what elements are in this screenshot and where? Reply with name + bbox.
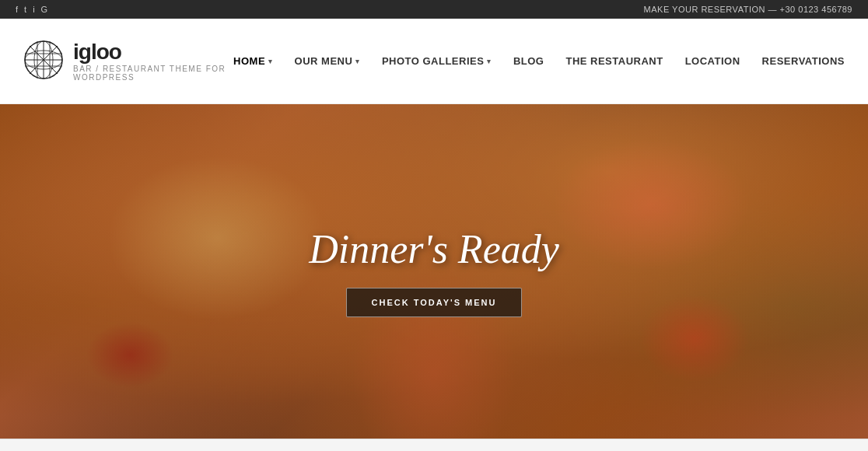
nav-item-photo-galleries[interactable]: PHOTO GALLERIES ▾ (382, 55, 492, 67)
logo-icon (23, 40, 64, 83)
nav-item-blog[interactable]: BLOG (513, 55, 544, 67)
top-bar: f t i G MAKE YOUR RESERVATION — +30 0123… (0, 0, 868, 19)
logo-text: igloo BAR / RESTAURANT THEME FOR WORDPRE… (73, 41, 233, 82)
facebook-icon[interactable]: f (16, 5, 18, 14)
social-links[interactable]: f t i G (16, 5, 47, 14)
phone-text: MAKE YOUR RESERVATION — +30 0123 456789 (644, 5, 852, 14)
header: igloo BAR / RESTAURANT THEME FOR WORDPRE… (0, 19, 868, 104)
twitter-icon[interactable]: t (24, 5, 26, 14)
bottom-bar (0, 439, 868, 451)
chevron-down-icon: ▾ (268, 58, 273, 65)
logo-name: igloo (73, 41, 233, 63)
logo[interactable]: igloo BAR / RESTAURANT THEME FOR WORDPRE… (23, 40, 233, 83)
check-menu-button[interactable]: CHECK TODAY'S MENU (346, 288, 523, 317)
hero-background: Dinner's Ready CHECK TODAY'S MENU (0, 104, 868, 439)
nav-item-the-restaurant[interactable]: THE RESTAURANT (565, 55, 663, 67)
nav-item-reservations[interactable]: RESERVATIONS (762, 55, 845, 67)
hero-section: Dinner's Ready CHECK TODAY'S MENU (0, 104, 868, 439)
chevron-down-icon: ▾ (355, 58, 360, 65)
logo-tagline: BAR / RESTAURANT THEME FOR WORDPRESS (73, 65, 233, 82)
google-icon[interactable]: G (41, 5, 48, 14)
instagram-icon[interactable]: i (33, 5, 34, 14)
nav-item-our-menu[interactable]: OUR MENU ▾ (295, 55, 360, 67)
hero-title: Dinner's Ready (309, 226, 559, 272)
nav-item-location[interactable]: LOCATION (685, 55, 740, 67)
chevron-down-icon: ▾ (487, 58, 492, 65)
hero-content: Dinner's Ready CHECK TODAY'S MENU (309, 226, 559, 317)
main-nav: HOME ▾ OUR MENU ▾ PHOTO GALLERIES ▾ BLOG… (233, 55, 845, 67)
nav-item-home[interactable]: HOME ▾ (233, 55, 273, 67)
